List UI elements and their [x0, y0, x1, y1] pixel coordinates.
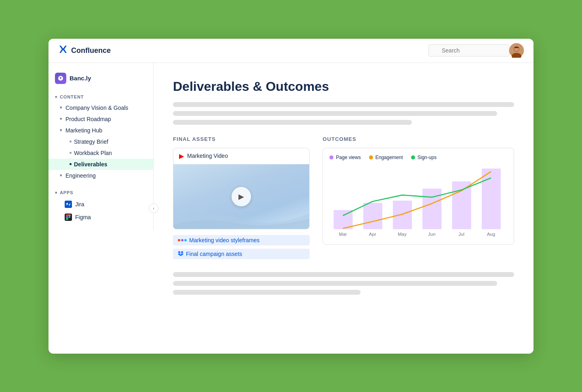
sidebar-wrapper: Banc.ly ▾ CONTENT ▾ Company Vision & Goa…: [48, 63, 154, 354]
app-label: Figma: [75, 214, 91, 220]
placeholder-line: [173, 290, 361, 295]
outcomes-title: OUTCOMES: [323, 136, 514, 142]
youtube-icon: ▶: [179, 152, 184, 160]
sidebar-item-engineering[interactable]: ▾ Engineering: [48, 170, 153, 181]
chart-area: Mar Apr May Jun Jul Aug: [329, 165, 507, 238]
svg-rect-13: [423, 189, 442, 229]
placeholder-line: [173, 272, 514, 277]
figma-icon: [65, 214, 72, 221]
app-name: Confluence: [71, 46, 111, 55]
page-title: Deliverables & Outcomes: [173, 79, 514, 94]
svg-rect-12: [393, 200, 412, 229]
legend-signups: Sign-ups: [411, 155, 436, 160]
svg-text:Mar: Mar: [339, 231, 347, 236]
svg-text:Jul: Jul: [459, 231, 465, 236]
sidebar-content-section: ▾ CONTENT ▾ Company Vision & Goals ▾ Pro…: [48, 90, 153, 183]
svg-rect-6: [68, 214, 71, 216]
svg-rect-9: [66, 218, 68, 220]
dropbox-icon: [178, 251, 183, 257]
svg-rect-14: [452, 181, 471, 229]
sub-item-label: Deliverables: [74, 161, 108, 168]
topbar: Confluence 🔍: [48, 39, 534, 63]
content-label: CONTENT: [60, 94, 84, 99]
chevron-icon: ▾: [60, 105, 62, 110]
legend-engagement: Engagement: [369, 155, 403, 160]
chevron-icon: ▾: [60, 128, 62, 133]
final-assets-column: FINAL ASSETS ▶ Marketing Video: [173, 136, 310, 259]
final-assets-title: FINAL ASSETS: [173, 136, 310, 142]
link-label: Marketing video styleframes: [189, 237, 259, 243]
sidebar-sub-item-strategy-brief[interactable]: Strategy Brief: [48, 136, 153, 147]
sidebar-item-label: Marketing Hub: [65, 127, 102, 134]
legend-label: Engagement: [375, 155, 403, 160]
space-name: Banc.ly: [70, 75, 91, 82]
bullet-icon: [70, 152, 72, 154]
avatar[interactable]: [509, 43, 524, 58]
legend-page-views: Page views: [329, 155, 361, 160]
placeholder-lines-bottom: [173, 272, 514, 295]
sidebar-app-jira[interactable]: Jira: [48, 198, 153, 211]
sidebar-space[interactable]: Banc.ly: [48, 69, 153, 87]
outcomes-column: OUTCOMES Page views Engagement: [323, 136, 514, 259]
play-button[interactable]: ▶: [232, 187, 251, 206]
placeholder-line: [173, 281, 497, 286]
asset-links: Marketing video styleframes: [173, 235, 310, 259]
app-label: Jira: [75, 201, 84, 208]
chevron-icon: ▾: [60, 173, 62, 178]
sidebar: Banc.ly ▾ CONTENT ▾ Company Vision & Goa…: [48, 63, 154, 230]
engagement-dot: [369, 155, 373, 159]
sidebar-sub-item-deliverables[interactable]: Deliverables: [48, 159, 153, 170]
two-col-section: FINAL ASSETS ▶ Marketing Video: [173, 136, 514, 259]
link-label: Final campaign assets: [186, 251, 242, 257]
bullet-icon: [70, 163, 72, 165]
placeholder-line: [173, 102, 514, 107]
svg-rect-7: [66, 216, 68, 218]
app-window: Confluence 🔍: [48, 39, 534, 354]
asset-link-campaign[interactable]: Final campaign assets: [173, 249, 310, 259]
legend-label: Page views: [336, 155, 361, 160]
section-chevron: ▾: [55, 190, 57, 195]
section-chevron: ▾: [55, 94, 57, 100]
legend-label: Sign-ups: [418, 155, 436, 160]
svg-point-4: [60, 77, 61, 79]
space-icon: [55, 73, 66, 84]
placeholder-line: [173, 120, 412, 125]
page-views-dot: [329, 155, 333, 159]
logo-area: Confluence: [58, 44, 428, 57]
sidebar-item-marketing-hub[interactable]: ▾ Marketing Hub: [48, 125, 153, 136]
figma-link-icon: [178, 239, 187, 241]
sidebar-apps-section: ▾ APPS Jira: [48, 188, 153, 224]
signups-dot: [411, 155, 415, 159]
asset-link-styleframes[interactable]: Marketing video styleframes: [173, 235, 310, 245]
jira-icon: [65, 201, 72, 208]
sidebar-app-figma[interactable]: Figma: [48, 211, 153, 224]
chart-card: Page views Engagement Sign-ups: [323, 148, 514, 245]
sidebar-sub-item-workback-plan[interactable]: Workback Plan: [48, 147, 153, 159]
apps-label: APPS: [60, 190, 73, 195]
video-thumbnail[interactable]: ▶: [173, 164, 309, 229]
content-section-header[interactable]: ▾ CONTENT: [48, 92, 153, 102]
sidebar-item-label: Product Roadmap: [65, 116, 111, 122]
search-wrapper: 🔍: [428, 44, 509, 57]
chart-svg: Mar Apr May Jun Jul Aug: [329, 165, 507, 238]
sidebar-item-company-vision[interactable]: ▾ Company Vision & Goals: [48, 102, 153, 113]
svg-point-8: [69, 216, 71, 218]
sub-item-label: Workback Plan: [74, 150, 112, 156]
chart-legend: Page views Engagement Sign-ups: [329, 155, 507, 160]
page-content: Deliverables & Outcomes FINAL ASSETS ▶ M…: [154, 63, 534, 354]
sidebar-collapse-button[interactable]: ‹: [149, 203, 158, 213]
main-layout: Banc.ly ▾ CONTENT ▾ Company Vision & Goa…: [48, 63, 534, 354]
search-input[interactable]: [428, 44, 509, 57]
svg-text:Apr: Apr: [369, 231, 376, 236]
sub-item-label: Strategy Brief: [74, 138, 108, 145]
apps-section-header[interactable]: ▾ APPS: [48, 188, 153, 198]
sidebar-item-label: Engineering: [65, 172, 96, 179]
svg-text:Jun: Jun: [428, 231, 436, 236]
placeholder-lines-top: [173, 102, 514, 125]
logo-icon: [58, 44, 68, 57]
bullet-icon: [70, 140, 72, 143]
sidebar-item-product-roadmap[interactable]: ▾ Product Roadmap: [48, 113, 153, 125]
video-title: Marketing Video: [187, 153, 228, 159]
svg-rect-15: [482, 168, 501, 229]
svg-rect-11: [363, 203, 382, 229]
